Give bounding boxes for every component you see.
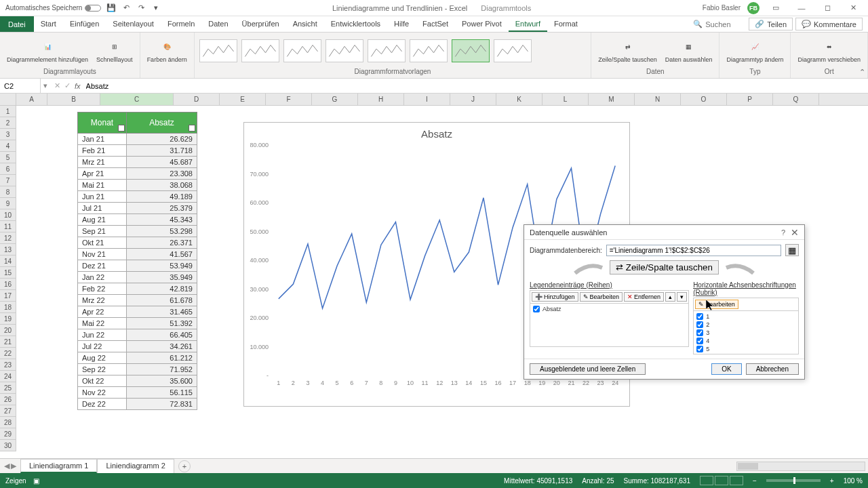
- column-header[interactable]: J: [450, 94, 496, 105]
- row-header[interactable]: 26: [0, 394, 16, 405]
- change-colors-button[interactable]: 🎨Farben ändern: [144, 37, 190, 64]
- add-sheet-button[interactable]: +: [178, 460, 191, 472]
- user-avatar[interactable]: FB: [747, 2, 760, 14]
- row-header[interactable]: 20: [0, 325, 16, 336]
- tab-start[interactable]: Start: [34, 17, 63, 30]
- switch-row-col-button[interactable]: ⇄Zeile/Spalte tauschen: [595, 37, 660, 64]
- sheet-tab[interactable]: Liniendiagramm 1: [20, 459, 97, 473]
- select-data-button[interactable]: ▦Daten auswählen: [663, 37, 715, 64]
- table-row[interactable]: Okt 2126.371: [78, 237, 197, 249]
- autosave-toggle[interactable]: Automatisches Speichern: [5, 4, 101, 12]
- zoom-slider[interactable]: [766, 479, 821, 482]
- redo-icon[interactable]: ↷: [136, 3, 146, 13]
- table-row[interactable]: Feb 2131.718: [78, 145, 197, 157]
- chart-style-thumb[interactable]: [241, 39, 279, 62]
- axis-edit-button[interactable]: ✎Bearbeiten: [695, 300, 738, 309]
- ribbon-display-icon[interactable]: ▭: [766, 1, 785, 15]
- row-header[interactable]: 13: [0, 244, 16, 256]
- table-row[interactable]: Apr 2231.465: [78, 306, 197, 318]
- chart-style-thumb[interactable]: [199, 39, 237, 62]
- column-header[interactable]: B: [47, 94, 100, 105]
- filter-icon[interactable]: [118, 125, 125, 131]
- chart-range-input[interactable]: [606, 245, 781, 256]
- table-row[interactable]: Jan 2235.949: [78, 272, 197, 283]
- zoom-level[interactable]: 100 %: [844, 477, 863, 485]
- tab-format[interactable]: Format: [547, 17, 585, 30]
- chart-style-thumb[interactable]: [452, 39, 490, 62]
- quick-layout-button[interactable]: ⊞Schnelllayout: [94, 37, 136, 64]
- chart-style-thumb[interactable]: [283, 39, 321, 62]
- column-header[interactable]: E: [220, 94, 266, 105]
- change-chart-type-button[interactable]: 📈Diagrammtyp ändern: [724, 37, 786, 64]
- column-header[interactable]: G: [312, 94, 358, 105]
- row-header[interactable]: 16: [0, 279, 16, 290]
- table-row[interactable]: Nov 2141.567: [78, 249, 197, 260]
- row-header[interactable]: 29: [0, 428, 16, 440]
- row-header[interactable]: 25: [0, 382, 16, 394]
- column-header[interactable]: O: [681, 94, 727, 105]
- row-header[interactable]: 30: [0, 440, 16, 451]
- zoom-in-icon[interactable]: +: [830, 477, 834, 485]
- tab-überprüfen[interactable]: Überprüfen: [235, 17, 286, 30]
- move-chart-button[interactable]: ⬌Diagramm verschieben: [795, 37, 863, 64]
- axis-item[interactable]: 5: [695, 345, 797, 353]
- save-icon[interactable]: 💾: [106, 3, 116, 13]
- switch-rowcol-button[interactable]: ⇄ Zeile/Spalte tauschen: [610, 260, 719, 274]
- table-row[interactable]: Jul 2234.261: [78, 341, 197, 352]
- search-input[interactable]: [705, 20, 746, 28]
- column-header[interactable]: H: [358, 94, 404, 105]
- row-header[interactable]: 19: [0, 313, 16, 325]
- sheet-nav-prev-icon[interactable]: ◀: [4, 462, 9, 470]
- column-header[interactable]: I: [404, 94, 450, 105]
- page-break-view-icon[interactable]: [730, 476, 743, 485]
- row-header[interactable]: 24: [0, 371, 16, 382]
- fx-icon[interactable]: fx: [75, 82, 81, 90]
- table-row[interactable]: Okt 2235.600: [78, 375, 197, 387]
- axis-item[interactable]: 2: [695, 321, 797, 329]
- table-row[interactable]: Mai 2251.392: [78, 318, 197, 329]
- table-row[interactable]: Sep 2153.298: [78, 226, 197, 237]
- series-add-button[interactable]: ➕Hinzufügen: [532, 292, 578, 302]
- column-header[interactable]: N: [635, 94, 681, 105]
- range-picker-button[interactable]: ▦: [785, 244, 799, 256]
- chart-style-thumb[interactable]: [494, 39, 532, 62]
- select-all-corner[interactable]: [0, 94, 16, 105]
- share-button[interactable]: 🔗 Teilen: [749, 18, 793, 30]
- ok-button[interactable]: OK: [711, 363, 741, 375]
- close-icon[interactable]: ✕: [844, 1, 863, 15]
- row-header[interactable]: 1: [0, 106, 16, 117]
- formula-input[interactable]: [85, 81, 864, 92]
- collapse-ribbon-icon[interactable]: ⌃: [859, 68, 865, 77]
- undo-icon[interactable]: ↶: [121, 3, 131, 13]
- row-header[interactable]: 11: [0, 221, 16, 232]
- column-header[interactable]: P: [727, 94, 773, 105]
- row-header[interactable]: 7: [0, 175, 16, 186]
- horizontal-scrollbar[interactable]: [736, 462, 865, 471]
- row-header[interactable]: 21: [0, 336, 16, 348]
- table-row[interactable]: Jun 2266.405: [78, 329, 197, 341]
- cancel-formula-icon[interactable]: ✕: [54, 81, 60, 90]
- axis-item[interactable]: 3: [695, 329, 797, 337]
- tab-seitenlayout[interactable]: Seitenlayout: [106, 17, 161, 30]
- sheet-nav-next-icon[interactable]: ▶: [11, 462, 16, 470]
- series-down-button[interactable]: ▾: [677, 292, 687, 302]
- tab-factset[interactable]: FactSet: [416, 17, 455, 30]
- row-header[interactable]: 10: [0, 209, 16, 221]
- add-chart-element-button[interactable]: 📊Diagrammelement hinzufügen: [4, 37, 91, 64]
- tab-einfügen[interactable]: Einfügen: [63, 17, 106, 30]
- normal-view-icon[interactable]: [700, 476, 713, 485]
- dialog-help-icon[interactable]: ?: [781, 228, 785, 237]
- chart-style-thumb[interactable]: [410, 39, 448, 62]
- zoom-out-icon[interactable]: −: [753, 477, 757, 485]
- column-header[interactable]: Q: [773, 94, 819, 105]
- row-header[interactable]: 4: [0, 140, 16, 152]
- table-row[interactable]: Mrz 2145.687: [78, 157, 197, 168]
- macro-record-icon[interactable]: ▣: [33, 477, 39, 485]
- tab-entwicklertools[interactable]: Entwicklertools: [324, 17, 387, 30]
- table-row[interactable]: Jun 2149.189: [78, 191, 197, 203]
- table-row[interactable]: Aug 2261.212: [78, 352, 197, 364]
- tab-daten[interactable]: Daten: [201, 17, 235, 30]
- table-row[interactable]: Mrz 2261.678: [78, 295, 197, 306]
- row-header[interactable]: 14: [0, 256, 16, 267]
- minimize-icon[interactable]: —: [792, 1, 811, 15]
